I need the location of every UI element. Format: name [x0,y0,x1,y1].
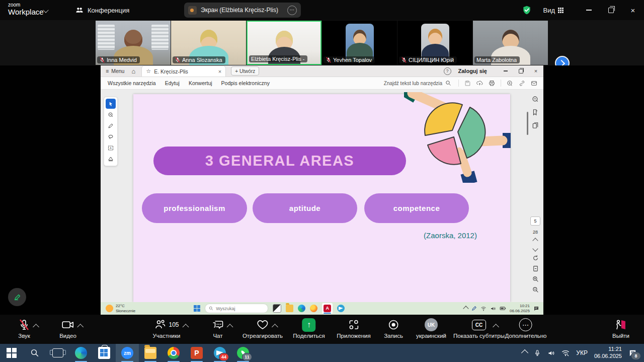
captions-options-chevron[interactable] [493,324,499,330]
task-view-button[interactable] [273,304,281,313]
more-control[interactable]: ⋯ Дополнительно [505,318,547,339]
language-indicator[interactable]: УКР [576,349,588,356]
store-taskbar-button[interactable] [93,344,116,362]
zoom-taskbar-button[interactable]: zm [116,344,139,362]
tray-expand-icon[interactable] [463,306,468,311]
notification-center-button[interactable]: 8 [628,349,637,357]
menu-all-tools[interactable]: Wszystkie narzędzia [108,80,156,86]
telegram-button[interactable] [337,305,345,312]
acrobat-close-button[interactable]: × [528,65,543,77]
clock[interactable]: 11:21 06.06.2025 [594,346,622,360]
menu-edit[interactable]: Edytuj [165,80,180,86]
wifi-icon[interactable] [480,306,487,312]
previous-page-icon[interactable] [532,238,538,243]
add-comment-icon[interactable] [507,80,513,87]
audio-options-chevron[interactable] [33,324,39,330]
leave-control[interactable]: Выйти [612,318,629,339]
participant-tile[interactable]: Marta Zabolotna [473,21,548,65]
whatsapp-taskbar-button[interactable]: 11 [231,344,255,362]
share-upload-icon[interactable] [476,80,483,87]
acrobat-minimize-button[interactable] [498,65,513,77]
sign-in-button[interactable]: Zaloguj się [458,68,487,74]
speaker-icon[interactable] [490,306,496,312]
chevron-down-icon[interactable] [43,7,48,13]
next-page-icon[interactable] [532,246,538,251]
taskbar-search-button[interactable] [23,344,46,362]
scrollbar-thumb[interactable] [527,112,528,135]
tab-meeting[interactable]: Конференция [75,4,129,16]
tab-options-icon[interactable]: ⋯ [287,6,297,15]
video-control[interactable]: Видео [59,318,76,339]
acrobat-taskbar-button-active[interactable]: A [322,303,333,314]
star-icon[interactable]: ☆ [146,68,151,75]
participant-tile[interactable]: Anna Slozanska [171,21,246,65]
save-icon[interactable] [464,80,471,87]
apps-control[interactable]: Приложения [337,318,370,339]
firefox-button[interactable] [310,305,317,312]
speaker-tray-icon[interactable] [547,349,555,357]
security-shield-icon[interactable] [522,5,532,15]
powerpoint-taskbar-button[interactable]: P [185,344,208,362]
share-screen-control[interactable]: ↑ Поделиться [293,318,325,339]
tab-shared-screen[interactable]: Экран (Elżbieta Kręcisz-Plis) ⋯ [184,3,301,18]
chrome-taskbar-button[interactable] [162,344,185,362]
participant-tile[interactable]: Inna Medvid [96,21,171,65]
shared-clock[interactable]: 10:21 06.06.2025 [510,304,530,313]
pencil-tool-button[interactable] [106,121,116,131]
participant-tile[interactable]: Yevhen Topalov [322,21,397,65]
video-options-chevron[interactable] [77,324,84,330]
close-tab-icon[interactable]: × [218,68,221,75]
create-button[interactable]: + Utwórz [231,66,259,76]
tray-expand-icon[interactable] [521,349,528,356]
stamp-tool-button[interactable] [106,154,116,164]
zoom-out-icon[interactable] [532,286,539,293]
menu-esign[interactable]: Podpis elektroniczny [221,80,270,86]
text-box-tool-button[interactable]: A [106,143,116,153]
react-control[interactable]: Отреагировать [243,318,283,339]
task-view-button[interactable] [46,344,69,362]
home-icon[interactable]: ⌂ [131,67,135,75]
edge-browser-button[interactable] [298,305,305,312]
search-box[interactable]: Wyszukaj [205,304,268,313]
comment-tool-button[interactable] [106,110,116,120]
start-button[interactable] [194,305,200,312]
select-tool-button[interactable] [106,99,116,109]
pdf-page[interactable]: 3 GENERAL AREAS professionalism aptitude… [133,94,510,302]
current-page-input[interactable]: 5 [530,216,540,226]
captions-control[interactable]: CC Показать субтитры [453,318,505,339]
find-tools-button[interactable]: Znajdź tekst lub narzędzia [384,80,451,86]
fit-page-icon[interactable] [532,265,539,272]
email-icon[interactable] [531,80,537,87]
lasso-tool-button[interactable] [106,132,116,142]
view-button[interactable]: Вид [543,7,564,14]
weather-widget[interactable]: 22°C Słonecznie [106,304,135,313]
pen-input-icon[interactable] [471,306,477,311]
acrobat-document-tab[interactable]: ☆ E. Kręcisz-Plis × [141,65,226,77]
telegram-taskbar-button[interactable]: 44 [208,344,231,362]
network-tray-icon[interactable] [561,349,570,356]
rotate-page-icon[interactable] [532,255,539,261]
acrobat-menu-button[interactable]: ≡ Menu [106,68,124,74]
menu-convert[interactable]: Konwertuj [189,80,212,86]
explorer-taskbar-button[interactable] [139,344,162,362]
notification-icon[interactable] [533,306,539,312]
battery-icon[interactable] [500,306,506,311]
chat-control[interactable]: Чат [212,318,224,339]
page-thumbnails-icon[interactable] [532,122,539,129]
mic-tray-icon[interactable] [534,349,541,356]
zoom-in-icon[interactable] [532,276,539,282]
react-options-chevron[interactable] [272,324,278,330]
audio-control[interactable]: Звук [18,318,30,339]
participants-control[interactable]: 105 Участники [153,318,181,339]
interpretation-control[interactable]: UK украинский [416,318,446,339]
participants-options-chevron[interactable] [183,324,189,330]
record-control[interactable]: Запись [384,318,403,339]
file-explorer-button[interactable] [286,305,293,312]
bookmarks-panel-icon[interactable] [532,109,539,116]
annotation-button[interactable] [8,288,26,306]
edge-taskbar-button[interactable] [69,344,93,362]
restore-button[interactable] [600,0,622,20]
start-button[interactable] [0,344,23,362]
help-icon[interactable]: ? [444,67,451,75]
link-icon[interactable] [519,80,525,87]
